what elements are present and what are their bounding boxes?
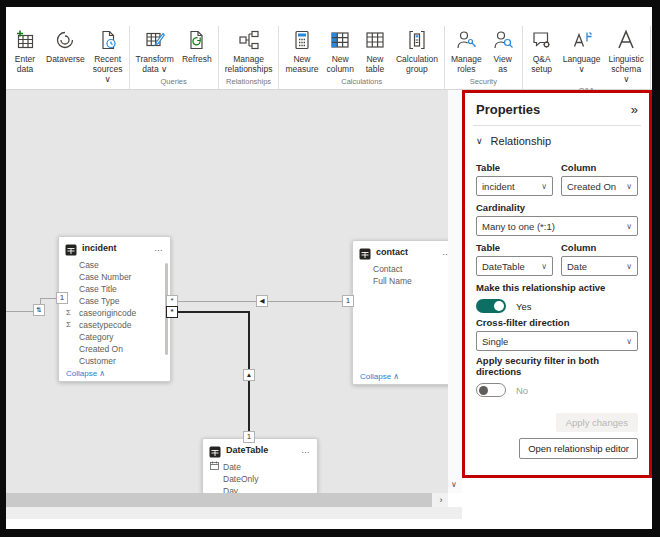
- more-options-icon[interactable]: …: [154, 243, 164, 253]
- table-card-datetable[interactable]: DateTable … Date DateOnly Day: [202, 438, 318, 494]
- field-row[interactable]: Category: [59, 331, 170, 343]
- column1-label: Column: [561, 162, 638, 173]
- language-button[interactable]: Language ∨: [560, 26, 604, 75]
- collapse-panel-icon[interactable]: »: [631, 102, 638, 117]
- chevron-down-icon: ∨: [626, 182, 632, 191]
- field-row[interactable]: Contact: [353, 263, 458, 275]
- field-row[interactable]: Customer: [59, 355, 170, 367]
- active-toggle[interactable]: [476, 299, 506, 313]
- collapse-link[interactable]: Collapse ∧: [66, 369, 105, 378]
- column2-select[interactable]: Date ∨: [561, 256, 638, 276]
- new-table-icon: [362, 27, 388, 53]
- apply-changes-button[interactable]: Apply changes: [556, 413, 638, 432]
- field-row[interactable]: Case Number: [59, 271, 170, 283]
- crossfilter-label: Cross-filter direction: [476, 317, 638, 328]
- new-measure-button[interactable]: New measure: [282, 26, 321, 75]
- manage-relationships-button[interactable]: Manage relationships: [222, 26, 276, 75]
- table2-label: Table: [476, 242, 553, 253]
- table1-select[interactable]: incident ∨: [476, 176, 553, 196]
- cardinality-many-label-selected: *: [166, 306, 178, 318]
- view-as-button[interactable]: View as: [487, 26, 519, 75]
- button-label: Dataverse: [46, 54, 85, 64]
- toggle-state-label: No: [516, 385, 528, 396]
- new-column-button[interactable]: New column: [324, 26, 357, 75]
- table-icon: [209, 444, 221, 456]
- field-row[interactable]: DateOnly: [203, 473, 317, 485]
- ribbon-group-label: Security: [448, 76, 519, 89]
- button-label: Enter data: [15, 54, 35, 74]
- calculation-group-button[interactable]: Calculation group: [393, 26, 441, 75]
- sigma-icon: Σ: [66, 307, 77, 319]
- button-label: Manage relationships: [225, 54, 273, 74]
- more-options-icon[interactable]: …: [301, 445, 311, 455]
- relationship-section-header[interactable]: ∨ Relationship: [476, 135, 638, 147]
- field-row[interactable]: Case Title: [59, 283, 170, 295]
- field-row[interactable]: Σcaseorigincode: [59, 307, 170, 319]
- select-value: Many to one (*:1): [482, 221, 555, 232]
- vertical-scrollbar[interactable]: ∨: [448, 90, 462, 493]
- button-label: Calculation group: [396, 54, 438, 74]
- toggle-state-label: Yes: [516, 301, 532, 312]
- refresh-button[interactable]: Refresh: [179, 26, 215, 65]
- button-label: New table: [366, 54, 384, 74]
- collapse-link[interactable]: Collapse ∧: [360, 372, 399, 381]
- button-label: Manage roles: [451, 54, 482, 74]
- transform-data-button[interactable]: Transform data ∨: [133, 26, 177, 75]
- open-relationship-editor-button[interactable]: Open relationship editor: [519, 438, 638, 459]
- recent-sources-icon: [95, 27, 121, 53]
- crossfilter-direction-indicator: ▲: [243, 369, 255, 381]
- cardinality-one-label: 1: [56, 292, 68, 304]
- ribbon-group-label: Calculations: [282, 76, 441, 89]
- chevron-down-icon: ∨: [476, 136, 483, 146]
- relationship-line-incident-datetable-selected[interactable]: [172, 311, 250, 313]
- horizontal-scrollbar[interactable]: ›: [6, 493, 462, 507]
- ribbon-group-security: Manage roles View as Security: [445, 26, 523, 89]
- select-value: DateTable: [482, 261, 525, 272]
- cardinality-select[interactable]: Many to one (*:1) ∨: [476, 216, 638, 236]
- cardinality-label: Cardinality: [476, 202, 638, 213]
- section-label: Relationship: [491, 135, 552, 147]
- button-label: New measure: [285, 54, 318, 74]
- linguistic-schema-button[interactable]: Linguistic schema ∨: [606, 26, 647, 85]
- manage-roles-button[interactable]: Manage roles: [448, 26, 485, 75]
- button-label: Q&A setup: [531, 54, 552, 74]
- field-row[interactable]: Case Type: [59, 295, 170, 307]
- ribbon-group-data: Enter data Dataverse Rece: [6, 26, 130, 89]
- field-row[interactable]: Date: [203, 461, 317, 473]
- view-as-icon: [490, 27, 516, 53]
- field-row[interactable]: Σcasetypecode: [59, 319, 170, 331]
- crossfilter-direction-indicator: ◀: [256, 295, 268, 307]
- dataverse-icon: [52, 27, 78, 53]
- manage-relationships-icon: [236, 27, 262, 53]
- chevron-down-icon: ∨: [626, 222, 632, 231]
- ribbon: Enter data Dataverse Rece: [6, 7, 652, 90]
- recent-sources-button[interactable]: Recent sources ∨: [90, 26, 126, 85]
- select-value: Date: [567, 261, 587, 272]
- table-icon: [65, 242, 77, 254]
- field-row[interactable]: Created On: [59, 343, 170, 355]
- crossfilter-select[interactable]: Single ∨: [476, 331, 638, 351]
- scrollbar-thumb[interactable]: [6, 493, 432, 507]
- sigma-icon: Σ: [66, 319, 77, 331]
- scroll-right-icon[interactable]: ›: [434, 493, 448, 507]
- field-row[interactable]: Full Name: [353, 275, 458, 287]
- qa-setup-button[interactable]: Q&A setup: [526, 26, 558, 75]
- table-card-incident[interactable]: incident … Case Case Number Case Title C…: [58, 236, 171, 382]
- chevron-down-icon: ∨: [626, 337, 632, 346]
- ribbon-group-qa: Q&A setup Language ∨ Ling: [523, 26, 651, 89]
- chevron-down-icon: ∨: [626, 262, 632, 271]
- cardinality-one-label: 1: [243, 431, 255, 443]
- scroll-down-icon[interactable]: ∨: [451, 480, 457, 489]
- table2-select[interactable]: DateTable ∨: [476, 256, 553, 276]
- field-row[interactable]: Case: [59, 259, 170, 271]
- table-name: contact: [376, 247, 408, 257]
- enter-data-button[interactable]: Enter data: [9, 26, 41, 75]
- new-table-button[interactable]: New table: [359, 26, 391, 75]
- panel-title: Properties: [476, 102, 540, 117]
- manage-roles-icon: [453, 27, 479, 53]
- security-filter-toggle[interactable]: [476, 383, 506, 397]
- dataverse-button[interactable]: Dataverse: [43, 26, 88, 65]
- table-card-contact[interactable]: contact … Contact Full Name Collapse ∧: [352, 240, 459, 385]
- select-value: Created On: [567, 181, 616, 192]
- column1-select[interactable]: Created On ∨: [561, 176, 638, 196]
